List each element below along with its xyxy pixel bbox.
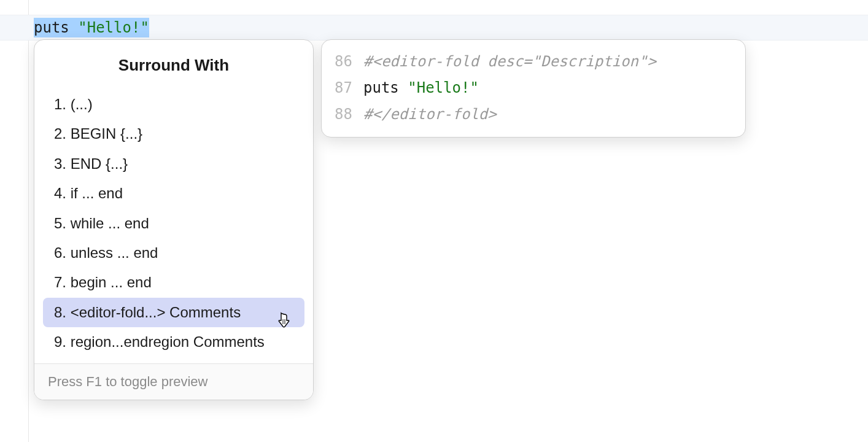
preview-space bbox=[399, 79, 408, 96]
editor-code-line[interactable]: puts "Hello!" bbox=[34, 17, 149, 38]
preview-comment: #<editor-fold desc="Description"> bbox=[363, 48, 656, 75]
editor-gutter-line bbox=[28, 0, 29, 442]
surround-option-1[interactable]: 1. (...) bbox=[43, 90, 304, 119]
code-string: "Hello!" bbox=[78, 19, 149, 36]
preview-string: "Hello!" bbox=[408, 79, 479, 96]
code-space bbox=[69, 19, 78, 36]
preview-line: 88 #</editor-fold> bbox=[334, 101, 733, 128]
line-number: 87 bbox=[334, 75, 363, 101]
surround-option-8[interactable]: 8. <editor-fold...> Comments bbox=[43, 298, 304, 327]
preview-comment: #</editor-fold> bbox=[363, 101, 497, 128]
popup-title: Surround With bbox=[34, 47, 313, 90]
surround-option-3[interactable]: 3. END {...} bbox=[43, 149, 304, 179]
preview-line: 87 puts "Hello!" bbox=[334, 75, 733, 101]
code-keyword: puts bbox=[34, 19, 69, 36]
surround-option-2[interactable]: 2. BEGIN {...} bbox=[43, 119, 304, 149]
surround-option-6[interactable]: 6. unless ... end bbox=[43, 238, 304, 268]
popup-footer-hint: Press F1 to toggle preview bbox=[34, 363, 313, 400]
surround-with-popup: Surround With 1. (...) 2. BEGIN {...} 3.… bbox=[34, 39, 314, 400]
surround-option-9[interactable]: 9. region...endregion Comments bbox=[43, 327, 304, 357]
surround-option-7[interactable]: 7. begin ... end bbox=[43, 268, 304, 297]
preview-panel: 86 #<editor-fold desc="Description"> 87 … bbox=[321, 39, 746, 138]
popup-list: 1. (...) 2. BEGIN {...} 3. END {...} 4. … bbox=[34, 90, 313, 363]
surround-option-4[interactable]: 4. if ... end bbox=[43, 179, 304, 208]
surround-option-5[interactable]: 5. while ... end bbox=[43, 209, 304, 238]
line-number: 88 bbox=[334, 101, 363, 128]
preview-keyword: puts bbox=[363, 79, 399, 96]
preview-line: 86 #<editor-fold desc="Description"> bbox=[334, 48, 733, 75]
line-number: 86 bbox=[334, 48, 363, 75]
